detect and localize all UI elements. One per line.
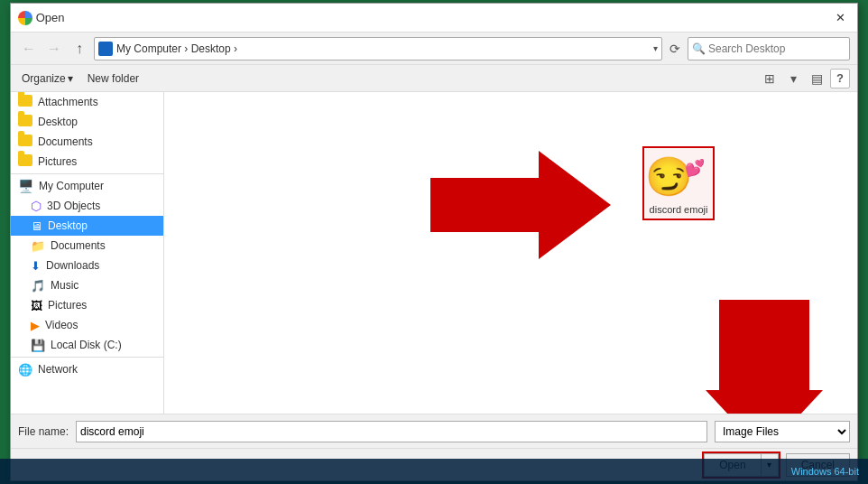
sidebar-item-label: Music	[51, 279, 78, 292]
svg-marker-1	[706, 300, 823, 414]
divider-2	[11, 357, 163, 358]
secondary-toolbar: Organize ▾ New folder ⊞ ▾ ▤ ?	[11, 65, 857, 92]
desktop-icon: 🖥	[31, 219, 42, 233]
folder-icon	[18, 95, 32, 109]
folder-icon-address	[98, 42, 113, 56]
refresh-button[interactable]: ⟳	[666, 40, 684, 58]
address-toolbar: ← → ↑ My Computer › Desktop › ▾ ⟳ 🔍	[11, 33, 857, 65]
documents-icon: 📁	[31, 239, 45, 253]
sidebar-item-label: 3D Objects	[47, 200, 100, 212]
sidebar: Attachments Desktop Documents Pictures	[11, 92, 164, 414]
sidebar-item-label: Pictures	[48, 299, 87, 312]
downloads-icon: ⬇	[31, 259, 41, 273]
preview-pane-button[interactable]: ▤	[807, 69, 826, 88]
new-folder-label: New folder	[88, 72, 139, 85]
organize-label: Organize	[22, 72, 66, 85]
main-content: Attachments Desktop Documents Pictures	[11, 92, 857, 414]
music-icon: 🎵	[31, 279, 45, 293]
sidebar-item-label: Attachments	[38, 96, 98, 108]
sidebar-item-music[interactable]: 🎵 Music	[11, 275, 163, 295]
help-button[interactable]: ?	[830, 69, 850, 88]
title-bar: Open ✕	[11, 4, 857, 33]
file-name-input[interactable]	[76, 421, 707, 442]
divider-1	[11, 173, 163, 174]
search-input[interactable]	[708, 42, 845, 55]
sidebar-item-my-computer[interactable]: 🖥️ My Computer	[11, 176, 163, 196]
emoji-image: 😏💕	[653, 152, 704, 202]
pictures-icon: 🖼	[31, 299, 42, 312]
sidebar-item-documents[interactable]: 📁 Documents	[11, 236, 163, 256]
sidebar-item-label: Desktop	[48, 219, 88, 232]
sidebar-item-downloads[interactable]: ⬇ Downloads	[11, 256, 163, 275]
sidebar-item-label: Local Disk (C:)	[51, 339, 122, 351]
address-text: My Computer › Desktop ›	[116, 42, 650, 55]
red-arrow-right	[430, 151, 611, 259]
taskbar-label: Windows 64-bit	[791, 466, 859, 477]
sidebar-item-desktop-quick[interactable]: Desktop	[11, 112, 163, 132]
sidebar-item-label: Network	[38, 363, 78, 376]
search-bar[interactable]: 🔍	[688, 37, 850, 60]
dialog-title: Open	[36, 11, 830, 24]
folder-icon	[18, 154, 32, 169]
sidebar-item-pictures-quick[interactable]: Pictures	[11, 152, 163, 172]
sidebar-item-label: Documents	[51, 239, 106, 252]
sidebar-item-pictures[interactable]: 🖼 Pictures	[11, 295, 163, 315]
sidebar-item-local-disk[interactable]: 💾 Local Disk (C:)	[11, 335, 163, 355]
address-bar[interactable]: My Computer › Desktop › ▾	[94, 37, 662, 60]
window-controls: ✕	[830, 8, 850, 28]
sidebar-item-label: Downloads	[46, 259, 99, 272]
sidebar-item-label: Pictures	[38, 155, 77, 168]
network-icon: 🌐	[18, 363, 32, 377]
search-icon: 🔍	[692, 42, 706, 55]
forward-button[interactable]: →	[43, 38, 65, 60]
folder-icon	[18, 135, 32, 149]
videos-icon: ▶	[31, 319, 40, 332]
folder-icon	[18, 115, 32, 129]
drive-icon: 💾	[31, 339, 45, 352]
sidebar-item-documents-quick[interactable]: Documents	[11, 132, 163, 152]
address-dropdown-icon[interactable]: ▾	[653, 43, 658, 53]
computer-icon: 🖥️	[18, 179, 33, 193]
svg-marker-0	[430, 151, 611, 259]
organize-chevron-icon: ▾	[68, 72, 73, 85]
sidebar-item-desktop[interactable]: 🖥 Desktop	[11, 216, 163, 236]
view-toggle-button[interactable]: ⊞	[760, 69, 780, 88]
file-content-area: 😏💕 discord emoji	[164, 92, 857, 414]
view-controls: ⊞ ▾ ▤ ?	[760, 69, 850, 88]
organize-button[interactable]: Organize ▾	[18, 70, 77, 87]
sidebar-item-3d-objects[interactable]: ⬡ 3D Objects	[11, 196, 163, 216]
file-name-label-text: File name:	[18, 425, 69, 438]
open-dialog: Open ✕ ← → ↑ My Computer › Desktop › ▾ ⟳…	[10, 3, 858, 481]
filename-bar: File name: Image Files All Files	[11, 414, 857, 448]
red-arrow-down	[706, 300, 823, 414]
file-type-select[interactable]: Image Files All Files	[715, 421, 850, 442]
sidebar-item-label: Desktop	[38, 116, 78, 128]
sidebar-item-label: Documents	[38, 135, 93, 148]
new-folder-button[interactable]: New folder	[84, 70, 143, 87]
sidebar-item-network[interactable]: 🌐 Network	[11, 359, 163, 379]
chrome-icon	[18, 11, 32, 25]
back-button[interactable]: ←	[18, 38, 40, 60]
file-name-label: discord emoji	[650, 204, 708, 215]
sidebar-item-label: My Computer	[39, 180, 104, 192]
close-button[interactable]: ✕	[830, 8, 850, 28]
up-button[interactable]: ↑	[69, 38, 90, 60]
sidebar-item-videos[interactable]: ▶ Videos	[11, 315, 163, 335]
sidebar-item-attachments[interactable]: Attachments	[11, 92, 163, 112]
discord-emoji-file[interactable]: 😏💕 discord emoji	[642, 146, 715, 220]
sidebar-item-label: Videos	[45, 319, 78, 331]
3d-objects-icon: ⬡	[31, 199, 42, 213]
view-dropdown-button[interactable]: ▾	[783, 69, 803, 88]
